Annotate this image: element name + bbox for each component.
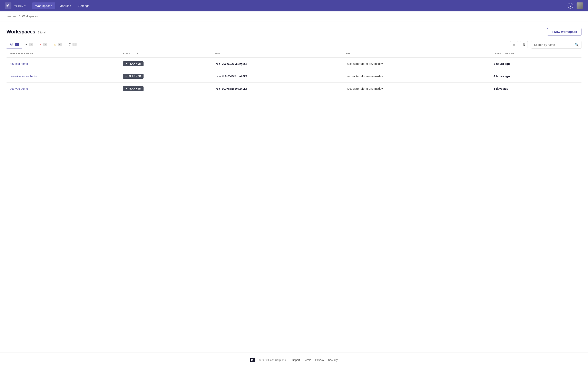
check-icon: ✔ xyxy=(125,75,127,78)
search-icon: 🔍 xyxy=(575,43,579,47)
filter-tab-pending[interactable]: ⏱ 0 xyxy=(65,40,80,49)
repo-name: mzcdev/terraform-env-mzdev xyxy=(346,62,383,66)
sort-arrows-icon: ⇅ xyxy=(522,43,525,47)
nav-modules[interactable]: Modules xyxy=(56,2,74,9)
search-input[interactable] xyxy=(531,42,572,48)
filter-tab-success-count: 3 xyxy=(29,43,33,46)
table-row: dev-eks-demo-charts ✔ PLANNED run-4kEmXs… xyxy=(7,70,581,83)
cell-run: run-4kEmXsEKMxnnf6E9 xyxy=(212,70,342,83)
run-id: run-5Gw7sskauv7ZKCLg xyxy=(215,87,247,90)
cell-run: run-5Gw7sskauv7ZKCLg xyxy=(212,83,342,95)
table-row: dev-vpc-demo ✔ PLANNED run-5Gw7sskauv7ZK… xyxy=(7,83,581,95)
org-dropdown-icon xyxy=(24,4,26,7)
page-header: Workspaces 3 total + New workspace xyxy=(7,28,581,35)
filter-tab-all-count: 3 xyxy=(15,43,19,46)
col-workspace-name: WORKSPACE NAME xyxy=(7,49,120,58)
footer-links: Support Terms Privacy Security xyxy=(291,359,338,361)
filter-bar: All 3 ✔ 3 ✕ 0 ⚠ 0 ⏱ 0 xyxy=(7,40,581,49)
filter-actions: ⚌ ⇅ xyxy=(510,41,528,48)
page-title: Workspaces xyxy=(7,29,35,35)
cell-workspace-name: dev-eks-demo xyxy=(7,58,120,70)
footer-link-support[interactable]: Support xyxy=(291,359,300,361)
nav-settings[interactable]: Settings xyxy=(75,2,93,9)
col-run-status: RUN STATUS xyxy=(120,49,212,58)
cell-workspace-name: dev-vpc-demo xyxy=(7,83,120,95)
sort-icon-button[interactable]: ⇅ xyxy=(520,41,528,48)
status-badge: ✔ PLANNED xyxy=(123,61,144,66)
workspace-link[interactable]: dev-eks-demo xyxy=(10,62,28,66)
breadcrumb-org[interactable]: mzcdev xyxy=(7,15,16,18)
search-box: 🔍 xyxy=(531,41,581,49)
table-header-row: WORKSPACE NAME RUN STATUS RUN REPO LATES… xyxy=(7,49,581,58)
check-circle-icon: ✔ xyxy=(25,43,28,46)
filter-tab-warning[interactable]: ⚠ 0 xyxy=(51,40,65,49)
status-badge: ✔ PLANNED xyxy=(123,86,144,91)
workspace-link[interactable]: dev-eks-demo-charts xyxy=(10,75,37,78)
cell-repo: mzcdev/terraform-env-mzdev xyxy=(342,70,490,83)
breadcrumb-separator: / xyxy=(19,15,20,18)
cell-run: run-VGVco5ZU5X6zjBSZ xyxy=(212,58,342,70)
table-row: dev-eks-demo ✔ PLANNED run-VGVco5ZU5X6zj… xyxy=(7,58,581,70)
filter-tab-warning-count: 0 xyxy=(58,43,62,46)
clock-circle-icon: ⏱ xyxy=(68,43,71,46)
col-run: RUN xyxy=(212,49,342,58)
cell-latest-change: 4 hours ago xyxy=(490,70,581,83)
footer-link-terms[interactable]: Terms xyxy=(304,359,311,361)
filter-tab-success[interactable]: ✔ 3 xyxy=(22,40,36,49)
cell-workspace-name: dev-eks-demo-charts xyxy=(7,70,120,83)
filter-tab-all-label: All xyxy=(10,43,13,46)
col-repo: REPO xyxy=(342,49,490,58)
breadcrumb: mzcdev / Workspaces xyxy=(0,11,588,21)
user-avatar[interactable] xyxy=(577,2,583,9)
cell-run-status: ✔ PLANNED xyxy=(120,58,212,70)
nav-workspaces[interactable]: Workspaces xyxy=(32,2,55,9)
x-circle-icon: ✕ xyxy=(40,43,42,46)
filter-icon-button[interactable]: ⚌ xyxy=(510,41,518,48)
check-icon: ✔ xyxy=(125,63,127,65)
check-icon: ✔ xyxy=(125,87,127,90)
page-header-left: Workspaces 3 total xyxy=(7,29,45,35)
repo-name: mzcdev/terraform-env-mzdev xyxy=(346,87,383,90)
cell-repo: mzcdev/terraform-env-mzdev xyxy=(342,83,490,95)
warning-triangle-icon: ⚠ xyxy=(54,43,57,46)
app-logo[interactable] xyxy=(5,2,11,9)
breadcrumb-current: Workspaces xyxy=(22,15,38,18)
cell-run-status: ✔ PLANNED xyxy=(120,70,212,83)
filter-tab-pending-count: 0 xyxy=(72,43,77,46)
new-workspace-button[interactable]: + New workspace xyxy=(547,28,581,35)
filter-tab-all[interactable]: All 3 xyxy=(7,40,22,49)
org-name: mzcdev xyxy=(14,4,23,7)
cell-latest-change: 5 days ago xyxy=(490,83,581,95)
filter-lines-icon: ⚌ xyxy=(513,43,516,47)
main-content: Workspaces 3 total + New workspace All 3… xyxy=(0,21,588,352)
hashicorp-logo-icon xyxy=(250,358,255,362)
cell-run-status: ✔ PLANNED xyxy=(120,83,212,95)
cell-repo: mzcdev/terraform-env-mzdev xyxy=(342,58,490,70)
org-selector[interactable]: mzcdev xyxy=(14,4,26,7)
topnav-right: ? xyxy=(568,2,583,9)
svg-rect-0 xyxy=(5,2,11,9)
repo-name: mzcdev/terraform-env-mzdev xyxy=(346,75,383,78)
latest-change: 3 hours ago xyxy=(494,62,510,66)
run-id: run-VGVco5ZU5X6zjBSZ xyxy=(215,62,247,66)
status-badge: ✔ PLANNED xyxy=(123,74,144,79)
footer-logo xyxy=(250,358,255,362)
top-navigation: mzcdev Workspaces Modules Settings ? xyxy=(0,0,588,11)
footer-link-privacy[interactable]: Privacy xyxy=(315,359,324,361)
cell-latest-change: 3 hours ago xyxy=(490,58,581,70)
run-id: run-4kEmXsEKMxnnf6E9 xyxy=(215,75,247,78)
filter-tab-error[interactable]: ✕ 0 xyxy=(36,40,51,49)
workspaces-table: WORKSPACE NAME RUN STATUS RUN REPO LATES… xyxy=(7,49,581,95)
total-count: 3 total xyxy=(38,31,45,34)
page-footer: © 2020 HashiCorp, Inc. Support Terms Pri… xyxy=(0,352,588,367)
help-button[interactable]: ? xyxy=(568,3,573,8)
latest-change: 5 days ago xyxy=(494,87,508,90)
filter-tabs: All 3 ✔ 3 ✕ 0 ⚠ 0 ⏱ 0 xyxy=(7,40,507,49)
filter-tab-error-count: 0 xyxy=(43,43,47,46)
nav-links: Workspaces Modules Settings xyxy=(32,2,568,9)
footer-link-security[interactable]: Security xyxy=(328,359,338,361)
search-button[interactable]: 🔍 xyxy=(572,41,581,48)
footer-copyright: © 2020 HashiCorp, Inc. xyxy=(259,359,286,361)
workspace-link[interactable]: dev-vpc-demo xyxy=(10,87,28,90)
col-latest-change: LATEST CHANGE xyxy=(490,49,581,58)
